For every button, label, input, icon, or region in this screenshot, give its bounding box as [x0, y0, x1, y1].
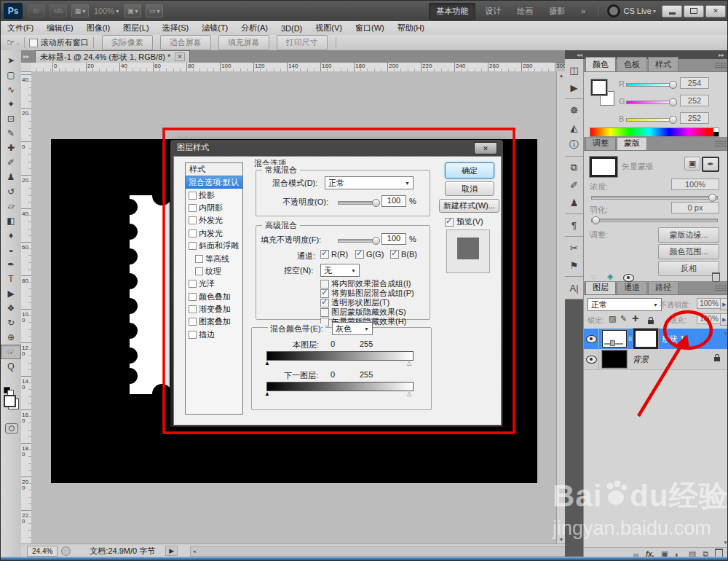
scroll-all-windows-checkbox[interactable]: [29, 39, 38, 47]
underlying-layer-ramp[interactable]: [266, 382, 414, 391]
tab-swatches[interactable]: 色板: [617, 57, 647, 71]
ramp-marker-black[interactable]: ▲: [264, 361, 270, 366]
quick-mask-button[interactable]: [5, 423, 18, 434]
workspace-painting-button[interactable]: 绘画: [510, 4, 539, 19]
scroll-left-icon[interactable]: ◂: [193, 549, 196, 554]
menu-help[interactable]: 帮助(H): [391, 21, 431, 35]
ramp-marker-white[interactable]: △: [407, 361, 411, 366]
channel-b-checkbox[interactable]: B(B): [390, 250, 417, 259]
layer-thumbnail[interactable]: [602, 330, 627, 348]
screen-mode-icon[interactable]: ▭▾: [146, 4, 163, 17]
arrange-documents-icon[interactable]: ▦▾: [71, 4, 89, 17]
g-value[interactable]: 252: [680, 95, 709, 106]
menu-layer[interactable]: 图层(L): [116, 21, 155, 35]
menu-analysis[interactable]: 分析(A): [234, 21, 274, 35]
menu-filter[interactable]: 滤镜(T): [195, 21, 234, 35]
dodge-tool[interactable]: ◒: [1, 243, 21, 257]
masks-panel-icon[interactable]: ⚑: [565, 256, 583, 274]
brush-panel-icon[interactable]: ✐: [565, 176, 583, 194]
brush-presets-panel-icon[interactable]: ♟: [565, 194, 583, 211]
rotate-3d-tool[interactable]: ↻: [1, 315, 21, 330]
style-item-gradient-overlay[interactable]: 渐变叠加: [186, 303, 242, 315]
feather-value[interactable]: 0 px: [671, 202, 719, 213]
horizontal-scrollbar[interactable]: ◂: [190, 546, 574, 557]
healing-brush-tool[interactable]: ✚: [1, 141, 21, 155]
document-tab[interactable]: 未标题-1 @ 24.4% (形状 1, RGB/8) * ✕: [35, 50, 190, 63]
panel-menu-icon[interactable]: [715, 286, 727, 292]
ramp-marker-black[interactable]: ▲: [264, 391, 270, 397]
menu-view[interactable]: 视图(V): [309, 21, 349, 35]
document-tab-close-icon[interactable]: ✕: [175, 52, 185, 61]
tab-color[interactable]: 颜色: [585, 57, 616, 71]
panel-menu-icon[interactable]: [715, 63, 727, 69]
ok-button[interactable]: 确定: [445, 162, 494, 178]
ramp-marker-white[interactable]: △: [407, 391, 411, 397]
layer-thumbnail[interactable]: [602, 350, 627, 368]
mask-link-icon[interactable]: 8: [628, 335, 632, 342]
fill-screen-button[interactable]: 填充屏幕: [218, 35, 269, 50]
style-item-inner-shadow[interactable]: 内阴影: [186, 202, 242, 214]
marquee-tool[interactable]: ▢: [1, 68, 21, 82]
eyedropper-tool[interactable]: ✎: [1, 126, 21, 141]
menu-image[interactable]: 图像(I): [80, 21, 116, 35]
orbit-3d-tool[interactable]: ⊕: [1, 330, 21, 345]
mask-from-selection-icon[interactable]: ◌: [591, 272, 596, 280]
pixel-mask-button[interactable]: ▣: [684, 157, 700, 170]
zoom-percentage[interactable]: 24.4%: [27, 546, 58, 557]
expand-panels-icon[interactable]: ▸▸: [719, 52, 724, 58]
lock-all-icon[interactable]: [648, 320, 654, 324]
layers-scroll-up-icon[interactable]: ▲: [723, 330, 728, 335]
fg-color-swatch[interactable]: [591, 79, 607, 95]
tab-adjustments[interactable]: 调整: [585, 136, 616, 150]
foreground-color-swatch[interactable]: [4, 395, 16, 407]
density-value[interactable]: 100%: [671, 178, 719, 190]
b-slider[interactable]: [626, 118, 676, 122]
invert-button[interactable]: 反相: [658, 261, 719, 276]
type-tool[interactable]: T: [1, 272, 21, 286]
menu-file[interactable]: 文件(F): [1, 21, 40, 35]
feather-slider[interactable]: [591, 219, 718, 222]
blend-mode-dropdown[interactable]: 正常▼: [325, 176, 414, 189]
cancel-button[interactable]: 取消: [445, 181, 494, 196]
status-menu-icon[interactable]: ▶: [165, 546, 178, 556]
r-slider[interactable]: [626, 83, 676, 87]
workspace-more-button[interactable]: »: [574, 4, 592, 17]
style-item-satin[interactable]: 光泽: [186, 278, 242, 290]
pen-tool[interactable]: ✒: [1, 257, 21, 272]
fill-opacity-slider[interactable]: [338, 239, 379, 243]
tab-masks[interactable]: 蒙版: [617, 136, 647, 150]
lock-pixels-icon[interactable]: ✎: [620, 314, 627, 323]
fill-value[interactable]: 100%: [697, 313, 721, 324]
close-button[interactable]: ✕: [705, 5, 726, 17]
gradient-tool[interactable]: ◧: [1, 213, 21, 228]
menu-3d[interactable]: 3D(D): [274, 23, 309, 34]
g-slider[interactable]: [626, 101, 676, 104]
knockout-dropdown[interactable]: 无▼: [320, 264, 360, 277]
b-value[interactable]: 252: [680, 112, 709, 124]
panel-menu-icon[interactable]: [715, 141, 727, 148]
paragraph-panel-icon[interactable]: ¶: [565, 216, 583, 234]
path-selection-tool[interactable]: ▶: [1, 286, 21, 301]
tab-paths[interactable]: 路径: [648, 280, 678, 294]
zoom-tool[interactable]: Q: [1, 359, 21, 374]
channel-r-checkbox[interactable]: R(R): [320, 250, 348, 259]
style-item-color-overlay[interactable]: 颜色叠加: [186, 291, 242, 303]
style-item-texture[interactable]: 纹理: [186, 265, 242, 278]
style-item-pattern-overlay[interactable]: 图案叠加: [186, 315, 242, 328]
tab-layers[interactable]: 图层: [585, 280, 616, 294]
custom-shape-tool[interactable]: ❖: [1, 301, 21, 315]
mask-edge-button[interactable]: 蒙版边缘...: [658, 227, 719, 243]
style-item-inner-glow[interactable]: 内发光: [186, 227, 242, 240]
opacity-value[interactable]: 100: [381, 195, 406, 207]
zoom-level-control[interactable]: 100%▾: [94, 7, 119, 15]
layers-scroll-down-icon[interactable]: ▼: [723, 540, 728, 545]
opacity-slider[interactable]: [338, 201, 379, 205]
disable-mask-icon[interactable]: [623, 274, 634, 283]
layer-row-shape1[interactable]: 8 形状 1: [584, 329, 728, 350]
restore-button[interactable]: [684, 5, 704, 17]
visibility-toggle[interactable]: [584, 329, 599, 349]
move-tool[interactable]: ➤: [1, 53, 21, 68]
style-item-stroke[interactable]: 描边: [186, 329, 242, 341]
layer-name[interactable]: 背景: [633, 354, 649, 365]
density-slider[interactable]: [591, 196, 718, 200]
